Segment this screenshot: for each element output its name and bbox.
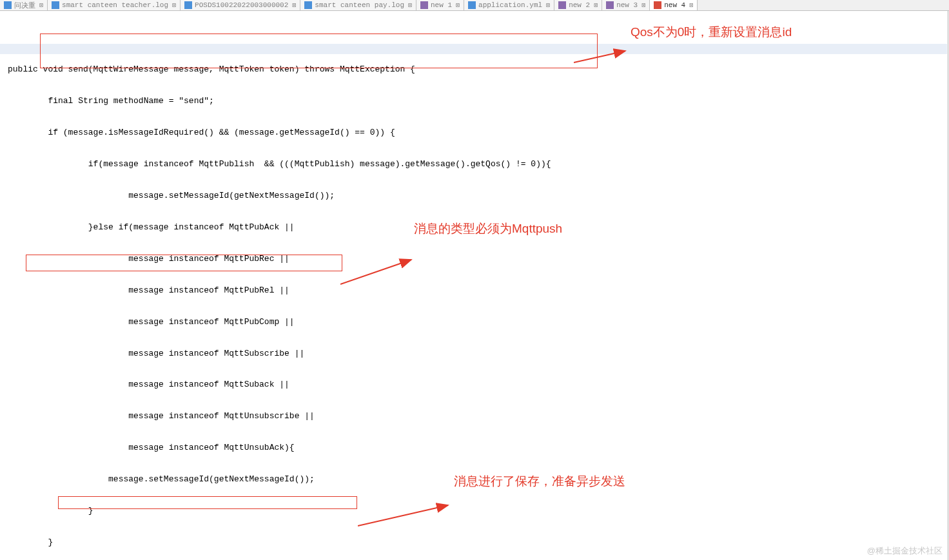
close-icon[interactable]: ⊠ — [292, 1, 296, 9]
tab-4[interactable]: new 1 ⊠ — [416, 0, 464, 10]
code-line: final String methodName = "send"; — [8, 96, 948, 106]
code-line: message instanceof MqttPubRec || — [8, 254, 948, 264]
code-line: message instanceof MqttPubRel || — [8, 285, 948, 296]
code-line: message instanceof MqttSuback || — [8, 380, 948, 390]
close-icon[interactable]: ⊠ — [456, 1, 460, 9]
close-icon[interactable]: ⊠ — [172, 1, 176, 9]
code-line: message instanceof MqttSubscribe || — [8, 349, 948, 359]
file-icon — [558, 1, 566, 9]
highlight-box-1 — [40, 34, 598, 68]
tab-1[interactable]: smart canteen teacher.log ⊠ — [48, 0, 181, 10]
code-line: message instanceof MqttUnsubscribe || — [8, 411, 948, 421]
close-icon[interactable]: ⊠ — [39, 1, 43, 9]
code-line: message.setMessageId(getNextMessageId())… — [8, 191, 948, 201]
code-line: } — [8, 537, 948, 548]
svg-line-1 — [574, 51, 625, 63]
tab-3[interactable]: smart canteen pay.log ⊠ — [300, 0, 416, 10]
annotation-1: Qos不为0时，重新设置消息id — [631, 27, 792, 37]
current-line-highlight — [0, 44, 947, 54]
tab-7[interactable]: new 3 ⊠ — [602, 0, 650, 10]
close-icon[interactable]: ⊠ — [546, 1, 550, 9]
file-icon — [52, 1, 59, 9]
watermark: @稀土掘金技术社区 — [867, 546, 943, 556]
file-icon — [420, 1, 428, 9]
arrow-icon — [574, 23, 632, 84]
tab-2[interactable]: POSDS10022022003000002 ⊠ — [181, 0, 300, 10]
tab-5[interactable]: application.yml ⊠ — [464, 0, 554, 10]
tab-bar: 问决重 ⊠ smart canteen teacher.log ⊠ POSDS1… — [0, 0, 949, 11]
close-icon[interactable]: ⊠ — [641, 1, 645, 9]
tab-label: 问决重 — [14, 1, 35, 10]
close-icon[interactable]: ⊠ — [594, 1, 598, 9]
file-icon — [304, 1, 312, 9]
tab-label: new 2 — [569, 1, 590, 9]
tab-label: smart canteen pay.log — [315, 1, 404, 9]
annotation-3: 消息进行了保存，准备异步发送 — [454, 476, 625, 487]
file-icon — [654, 1, 661, 9]
file-icon — [606, 1, 614, 9]
annotation-2: 消息的类型必须为Mqttpush — [414, 224, 562, 234]
tab-6[interactable]: new 2 ⊠ — [554, 0, 602, 10]
file-icon — [184, 1, 192, 9]
code-editor[interactable]: public void send(MqttWireMessage message… — [0, 11, 948, 560]
code-line: if(message instanceof MqttPublish && (((… — [8, 159, 948, 169]
code-line: if (message.isMessageIdRequired() && (me… — [8, 128, 948, 138]
code-line: message instanceof MqttUnsubAck){ — [8, 443, 948, 453]
tab-label: new 4 — [664, 1, 685, 9]
code-line: public void send(MqttWireMessage message… — [8, 64, 948, 75]
close-icon[interactable]: ⊠ — [689, 1, 693, 9]
tab-0[interactable]: 问决重 ⊠ — [0, 0, 48, 10]
file-icon — [4, 1, 12, 9]
tab-label: new 3 — [616, 1, 638, 9]
tab-label: new 1 — [431, 1, 452, 9]
code-line: message instanceof MqttPubComp || — [8, 317, 948, 327]
close-icon[interactable]: ⊠ — [408, 1, 412, 9]
tab-8[interactable]: new 4 ⊠ — [650, 0, 698, 10]
tab-label: smart canteen teacher.log — [62, 1, 168, 9]
code-line: } — [8, 506, 948, 516]
tab-label: application.yml — [478, 1, 542, 9]
tab-label: POSDS10022022003000002 — [195, 1, 288, 9]
file-icon — [468, 1, 476, 9]
